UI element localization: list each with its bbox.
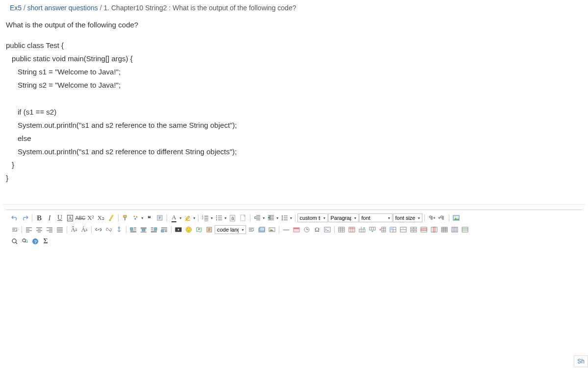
font-color-button[interactable]: A [169,213,179,223]
paragraph-select[interactable] [328,213,359,222]
font-select[interactable] [359,213,392,222]
code-line: System.out.println("s1 and s2 reference … [6,145,582,158]
code-line: public class Test { [6,39,582,52]
template-button[interactable] [155,213,165,223]
gallery-button[interactable] [257,225,267,235]
insert-row-before-button[interactable]: T [357,225,367,235]
table-button[interactable] [337,225,346,235]
anchor-icon[interactable] [114,225,124,235]
svg-rect-50 [441,227,447,232]
delete-col-button[interactable] [429,225,439,235]
svg-text:2: 2 [202,217,203,220]
ltr-button[interactable] [427,213,437,223]
dropdown-caret[interactable]: ▼ [141,216,144,220]
line-height-button[interactable] [280,213,290,223]
video-button[interactable] [173,225,183,235]
uppercase-button[interactable]: Ââ [69,225,79,235]
merge-cells-button[interactable]: ↔ [398,225,408,235]
dropdown-caret[interactable]: ▼ [210,216,214,220]
hr-button[interactable]: — [281,225,291,235]
dropdown-caret[interactable]: ▼ [193,216,196,220]
insert-col-before-button[interactable] [378,225,388,235]
editor-content-area[interactable] [6,246,582,305]
svg-point-30 [270,229,271,230]
row-props-button[interactable] [460,225,470,235]
emoji-button[interactable] [184,225,194,235]
dropdown-caret[interactable]: ▼ [276,216,279,220]
svg-rect-52 [462,227,468,232]
dropdown-caret[interactable]: ▼ [224,216,227,220]
highlight-color-button[interactable] [183,213,193,223]
float-none-button[interactable] [139,225,148,235]
custom-title-select[interactable] [297,213,328,222]
cell-props-button[interactable] [440,225,449,235]
date-button[interactable] [292,225,301,235]
align-justify-button[interactable] [55,225,65,235]
underline-button[interactable]: U [55,213,65,223]
redo-icon[interactable] [20,213,30,223]
insert-row-after-button[interactable] [368,225,377,235]
anchor-button[interactable]: a [228,213,238,223]
breadcrumb-mid[interactable]: short answer questions [27,4,98,12]
unlink-button[interactable] [104,225,114,235]
image-button[interactable] [451,213,461,223]
font-size-select[interactable] [393,213,422,222]
dropdown-caret[interactable]: ▼ [179,216,182,220]
superscript-button[interactable]: X² [86,213,96,223]
replace-button[interactable] [20,236,30,246]
svg-point-3 [136,216,138,218]
breadcrumb-root[interactable]: Ex5 [10,4,22,12]
italic-button[interactable]: I [45,213,54,223]
page-break-button[interactable] [238,213,248,223]
table2-button[interactable] [347,225,357,235]
text-direction-button[interactable] [10,225,20,235]
float-left-button[interactable] [128,225,138,235]
align-right-button[interactable] [45,225,54,235]
outdent-button[interactable] [252,213,262,223]
map-button[interactable] [194,225,204,235]
float-clear-button[interactable] [159,225,169,235]
dropdown-caret[interactable]: ▼ [262,216,266,220]
align-center-button[interactable] [34,225,44,235]
quote-button[interactable]: ❝ [145,213,154,223]
dropdown-caret[interactable]: ▼ [290,216,293,220]
align-left-button[interactable] [24,225,34,235]
ordered-list-button[interactable]: 12 [200,213,210,223]
code-line: String s1 = "Welcome to Java!"; [6,65,582,78]
snippet-button[interactable] [322,225,332,235]
svg-rect-0 [123,215,126,217]
subscript-button[interactable]: X₂ [96,213,106,223]
bold-button[interactable]: B [34,213,44,223]
strikethrough-button[interactable]: ABC [75,213,85,223]
svg-point-11 [216,219,217,220]
svg-text:?: ? [34,239,37,244]
delete-row-button[interactable] [419,225,429,235]
unordered-list-button[interactable] [214,213,224,223]
find-button[interactable] [10,236,20,246]
code-lang-select[interactable] [215,225,246,234]
slideshow-button[interactable] [267,225,277,235]
sigma-button[interactable]: Σ [41,236,50,246]
special-char-button[interactable]: Ω [312,225,322,235]
text-background-button[interactable]: A [65,213,75,223]
side-panel-toggle[interactable]: Sh [574,355,588,367]
col-props-button[interactable] [450,225,460,235]
attachment-button[interactable] [204,225,214,235]
format-painter-button[interactable] [121,213,130,223]
split-cells-button[interactable] [409,225,418,235]
float-right-button[interactable] [149,225,159,235]
styles-button[interactable] [131,213,141,223]
undo-icon[interactable] [10,213,20,223]
svg-point-53 [12,239,16,243]
indent-button[interactable] [266,213,276,223]
svg-rect-49 [433,227,435,232]
code-format-button[interactable] [246,225,256,235]
time-button[interactable] [302,225,312,235]
clear-format-button[interactable] [106,213,116,223]
help-button[interactable]: ? [30,236,40,246]
rtl-button[interactable] [437,213,447,223]
svg-rect-6 [185,220,190,221]
insert-col-after-button[interactable] [388,225,398,235]
lowercase-button[interactable]: Áà [79,225,89,235]
link-button[interactable] [94,225,103,235]
